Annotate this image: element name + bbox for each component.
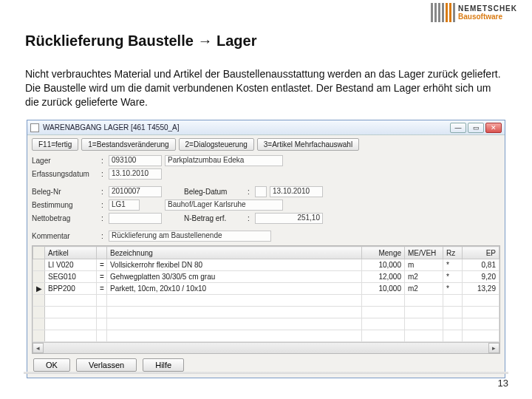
cell-ep[interactable]: 0,81 xyxy=(463,259,499,271)
cell-eq: = xyxy=(97,259,107,271)
cell-me[interactable]: m2 xyxy=(405,283,443,295)
tab-f11[interactable]: F11=fertig xyxy=(32,138,78,151)
cell-artikel[interactable]: LI V020 xyxy=(45,259,97,271)
field-belegdatum[interactable]: 13.10.2010 xyxy=(270,186,323,197)
label-belegdatum: Beleg-Datum xyxy=(184,188,248,196)
cell-rz[interactable]: * xyxy=(443,271,463,283)
field-netto[interactable] xyxy=(109,213,162,224)
ok-button[interactable]: OK xyxy=(33,358,70,372)
field-belegnr[interactable]: 2010007 xyxy=(109,186,162,197)
slide-description: Nicht verbrauchtes Material und Artikel … xyxy=(25,67,507,109)
th-menge[interactable]: Menge xyxy=(362,247,405,259)
cell-bezeichnung[interactable]: Parkett, 10cm, 20x10 / 10x10 xyxy=(107,283,362,295)
cell-rz[interactable]: * xyxy=(443,259,463,271)
table-row[interactable]: ▶BPP200=Parkett, 10cm, 20x10 / 10x1010,0… xyxy=(33,283,499,295)
app-window: WARENABGANG LAGER [461 T4550_A] — ▭ ✕ F1… xyxy=(27,120,505,378)
field-nbetrag[interactable]: 251,10 xyxy=(255,213,323,224)
cell-ep[interactable]: 9,20 xyxy=(463,271,499,283)
th-mark[interactable] xyxy=(33,247,45,259)
label-lager: Lager xyxy=(32,157,101,165)
table-row[interactable] xyxy=(33,318,499,330)
close-button[interactable]: ✕ xyxy=(485,123,502,133)
scroll-right-icon[interactable]: ▸ xyxy=(488,343,499,353)
th-rz[interactable]: Rz xyxy=(443,247,463,259)
field-lager-code[interactable]: 093100 xyxy=(109,155,162,166)
window-titlebar[interactable]: WARENABGANG LAGER [461 T4550_A] — ▭ ✕ xyxy=(27,120,505,135)
cell-eq: = xyxy=(97,271,107,283)
th-me[interactable]: ME/VEH xyxy=(405,247,443,259)
label-erfassung: Erfassungsdatum xyxy=(32,170,101,178)
cell-bezeichnung[interactable]: Gehwegplatten 30/30/5 cm grau xyxy=(107,271,362,283)
row-marker xyxy=(33,271,45,283)
row-marker xyxy=(33,259,45,271)
logo-bars xyxy=(431,3,455,22)
field-kommentar[interactable]: Rücklieferung am Baustellenende xyxy=(109,231,271,242)
row-marker: ▶ xyxy=(33,283,45,295)
items-table: Artikel Bezeichnung Menge ME/VEH Rz EP L… xyxy=(32,245,500,354)
field-belegdatum-btn[interactable] xyxy=(255,186,267,197)
tab-mehrfach[interactable]: 3=Artikel Mehrfachauswahl xyxy=(257,138,359,151)
field-bestimmung-name[interactable]: Bauhof/Lager Karlsruhe xyxy=(165,200,283,211)
horizontal-scrollbar[interactable]: ◂ ▸ xyxy=(33,342,499,353)
table-row[interactable]: SEG010=Gehwegplatten 30/30/5 cm grau12,0… xyxy=(33,271,499,283)
field-lager-name[interactable]: Parkplatzumbau Edeka xyxy=(165,155,283,166)
field-bestimmung-code[interactable]: LG1 xyxy=(109,200,140,211)
label-bestimmung: Bestimmung xyxy=(32,201,101,209)
table-row[interactable] xyxy=(33,307,499,318)
table-row[interactable]: LI V020=Vollsickerrohr flexibel DN 8010,… xyxy=(33,259,499,271)
cell-me[interactable]: m xyxy=(405,259,443,271)
label-belegnr: Beleg-Nr xyxy=(32,188,101,196)
verlassen-button[interactable]: Verlassen xyxy=(76,358,137,372)
window-title: WARENABGANG LAGER [461 T4550_A] xyxy=(43,123,450,132)
cell-artikel[interactable]: BPP200 xyxy=(45,283,97,295)
slide-title: Rücklieferung Baustelle → Lager xyxy=(25,33,507,50)
minimize-button[interactable]: — xyxy=(450,123,466,133)
brand-line1: NEMETSCHEK xyxy=(458,4,517,13)
cell-menge[interactable]: 10,000 xyxy=(362,283,405,295)
cell-me[interactable]: m2 xyxy=(405,271,443,283)
hilfe-button[interactable]: Hilfe xyxy=(143,358,184,372)
tab-dialog[interactable]: 2=Dialogsteuerung xyxy=(179,138,254,151)
label-kommentar: Kommentar xyxy=(32,232,101,240)
label-netto: Nettobetrag xyxy=(32,214,101,222)
cell-eq: = xyxy=(97,283,107,295)
field-erfassung[interactable]: 13.10.2010 xyxy=(109,168,162,180)
th-ep[interactable]: EP xyxy=(463,247,499,259)
table-row[interactable] xyxy=(33,295,499,307)
brand-line2: Bausoftware xyxy=(458,13,517,21)
brand-logo: NEMETSCHEK Bausoftware xyxy=(431,3,517,22)
cell-ep[interactable]: 13,29 xyxy=(463,283,499,295)
tab-bestand[interactable]: 1=Bestandsveränderung xyxy=(81,138,175,151)
cell-artikel[interactable]: SEG010 xyxy=(45,271,97,283)
footer-rule xyxy=(24,372,508,374)
cell-rz[interactable]: * xyxy=(443,283,463,295)
scroll-left-icon[interactable]: ◂ xyxy=(33,343,44,353)
cell-menge[interactable]: 12,000 xyxy=(362,271,405,283)
page-number: 13 xyxy=(498,378,508,389)
maximize-button[interactable]: ▭ xyxy=(468,123,484,133)
th-artikel[interactable]: Artikel xyxy=(45,247,97,259)
label-nbetrag: N-Betrag erf. xyxy=(184,214,248,222)
tab-row: F11=fertig 1=Bestandsveränderung 2=Dialo… xyxy=(32,138,500,151)
window-icon xyxy=(30,123,39,132)
cell-menge[interactable]: 10,000 xyxy=(362,259,405,271)
cell-bezeichnung[interactable]: Vollsickerrohr flexibel DN 80 xyxy=(107,259,362,271)
th-spacer xyxy=(97,247,107,259)
table-row[interactable] xyxy=(33,330,499,342)
th-bezeichnung[interactable]: Bezeichnung xyxy=(107,247,362,259)
